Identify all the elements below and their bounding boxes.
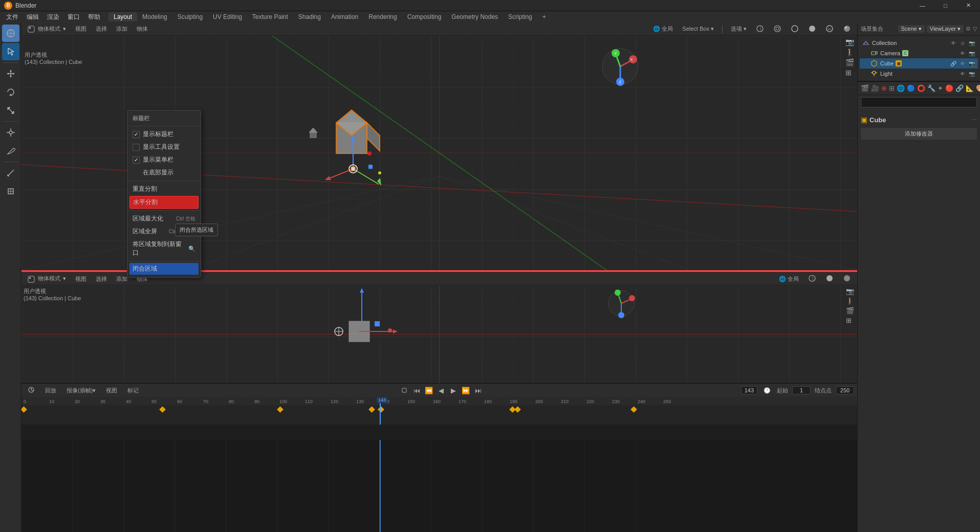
props-search-input[interactable] [861, 97, 977, 107]
cube-row[interactable]: Cube ▣ 🔗 👁 📷 [860, 58, 978, 69]
cube-constrain-btn[interactable]: 🔗 [949, 59, 957, 68]
ctx-copy-to-new[interactable]: 将区域复制到新窗口 🔍 [127, 238, 201, 259]
timeline-view-btn[interactable]: 视图 [103, 386, 120, 395]
add-modifier-btn[interactable]: 添加修改器 [861, 128, 977, 140]
measure-tool-btn[interactable] [2, 164, 19, 182]
scene-filter-btn[interactable]: ▽ [973, 26, 977, 32]
ctx-bottom-display[interactable]: 在底部显示 [127, 166, 201, 179]
end-frame-display[interactable]: 250 [836, 386, 854, 394]
tab-texture-paint[interactable]: Texture Paint [247, 12, 293, 21]
view-camera-btn[interactable]: 📷 [845, 38, 854, 46]
tab-modeling[interactable]: Modeling [137, 12, 172, 21]
prop-output-btn[interactable]: ⊕ [881, 84, 887, 92]
collection-view-btn[interactable]: 👁 [949, 39, 957, 47]
object-menu-btn[interactable]: 物体 [134, 25, 151, 33]
keyframe-area[interactable] [21, 440, 857, 532]
play-back-btn[interactable]: ◀ [436, 385, 446, 395]
current-frame-display[interactable]: 143 [741, 386, 757, 394]
annotate-tool-btn[interactable] [2, 142, 19, 160]
light-view-btn[interactable]: 👁 [959, 70, 967, 78]
add-cube-btn[interactable] [2, 183, 19, 200]
global-btn[interactable]: 🌐 全局 [650, 25, 676, 33]
material-preview-btn[interactable] [822, 24, 837, 34]
menu-window[interactable]: 窗口 [63, 12, 84, 23]
overlay-btn-2[interactable] [805, 274, 819, 284]
vp2-grid-btn[interactable]: ⊞ [846, 317, 854, 324]
prop-data-btn[interactable]: 📐 [966, 84, 974, 92]
ctx-close-area[interactable]: 闭合区域 [129, 263, 199, 275]
prop-scene-btn2[interactable]: 🌐 [897, 84, 905, 92]
select-tool-btn[interactable] [2, 43, 19, 60]
cube-render-btn[interactable]: 📷 [968, 59, 976, 68]
menu-edit[interactable]: 编辑 [23, 12, 43, 23]
play-btn[interactable]: ▶ [448, 385, 459, 395]
collection-cursor-btn[interactable]: ⊙ [959, 39, 967, 47]
vp2-person-btn[interactable]: 🚶 [846, 297, 854, 305]
scene-dropdown[interactable]: Scene ▾ [898, 25, 925, 33]
scale-tool-btn[interactable] [2, 102, 19, 119]
tab-shading[interactable]: Shading [293, 12, 326, 21]
add-menu-btn[interactable]: 添加 [113, 25, 130, 33]
rendered-btn-2[interactable] [840, 274, 854, 284]
wireframe-btn[interactable] [788, 24, 802, 34]
camera-row[interactable]: Camera C 👁 📷 [860, 48, 978, 58]
camera-view-btn[interactable]: 👁 [959, 49, 967, 57]
step-fwd-btn[interactable]: ⏩ [461, 385, 471, 395]
view-grid-btn[interactable]: ⊞ [845, 69, 854, 77]
transform-tool-btn[interactable] [2, 124, 19, 141]
move-tool-btn[interactable] [2, 65, 19, 82]
options-btn[interactable]: 选项 ▾ [728, 25, 750, 33]
interpolate-menu-btn[interactable]: 报像(插帧)▾ [63, 386, 99, 395]
keyframe-5[interactable] [630, 406, 637, 413]
prop-render-btn[interactable]: 🎥 [871, 84, 879, 92]
collection-render-btn[interactable]: 📷 [968, 39, 976, 47]
camera-render-btn[interactable]: 📷 [968, 49, 976, 57]
tab-add[interactable]: + [537, 12, 551, 21]
tab-scripting[interactable]: Scripting [503, 12, 537, 21]
prop-view-layer-btn[interactable]: ⊞ [889, 84, 895, 92]
keyframe-2[interactable] [277, 406, 284, 413]
ctx-horizontal-split[interactable]: 水平分割 [129, 196, 199, 209]
select-menu-btn[interactable]: 选择 [93, 25, 110, 33]
viewport-3d-bottom[interactable]: 用户透视 (143) Collection | Cube 📷 🚶 🎬 ⊞ [21, 285, 857, 383]
scene-options-btn[interactable]: ⚙ [966, 26, 971, 32]
keyframe-3a[interactable] [368, 406, 375, 413]
solid-btn-2[interactable] [822, 274, 837, 284]
select-menu-btn-2[interactable]: 选择 [93, 275, 110, 283]
prop-physics-btn[interactable]: 🔴 [945, 84, 953, 92]
cursor-tool-btn[interactable] [2, 25, 19, 42]
prop-world-btn[interactable]: 🔵 [907, 84, 915, 92]
ctx-show-menu[interactable]: ✓ 显示菜单栏 [127, 153, 201, 166]
ctx-show-tools[interactable]: 显示工具设置 [127, 141, 201, 153]
view-menu-btn[interactable]: 视图 [72, 25, 90, 33]
props-panel-options-btn[interactable]: ⋯ [971, 117, 977, 123]
maximize-button[interactable]: □ [934, 0, 957, 11]
keyframe-0[interactable] [21, 406, 27, 413]
tab-layout[interactable]: Layout [108, 12, 137, 21]
tab-uv-editing[interactable]: UV Editing [208, 12, 247, 21]
viewlayer-dropdown[interactable]: ViewLayer ▾ [927, 25, 964, 33]
prop-material-btn[interactable]: 🎨 [976, 84, 980, 92]
collection-row[interactable]: Collection 👁 ⊙ 📷 [860, 38, 978, 48]
menu-render[interactable]: 渲染 [43, 12, 63, 23]
start-frame-display[interactable]: 1 [792, 386, 811, 394]
ctx-vertical-split[interactable]: 重直分割 [127, 183, 201, 195]
menu-help[interactable]: 帮助 [84, 12, 104, 23]
jump-start-btn[interactable]: ⏮ [411, 385, 422, 395]
view-person-btn[interactable]: 🚶 [845, 48, 854, 56]
cube-view-btn[interactable]: 👁 [959, 59, 967, 68]
ctx-show-header[interactable]: ✓ 显示标题栏 [127, 128, 201, 141]
rotate-tool-btn[interactable] [2, 83, 19, 101]
xray-btn[interactable] [770, 24, 785, 34]
keyframe-3b[interactable] [378, 406, 384, 413]
keyframe-1[interactable] [159, 406, 166, 413]
close-button[interactable]: ✕ [957, 0, 980, 11]
tab-animation[interactable]: Animation [326, 12, 363, 21]
keyframe-4b[interactable] [514, 406, 521, 413]
view-film-btn[interactable]: 🎬 [845, 58, 854, 66]
minimize-button[interactable]: — [911, 0, 934, 11]
viewport-bottom[interactable]: 物体模式 ▾ 视图 选择 添加 物体 🌐 全局 [21, 271, 857, 384]
global-btn-2[interactable]: 🌐 全局 [776, 275, 802, 283]
tab-rendering[interactable]: Rendering [363, 12, 402, 21]
overlay-btn[interactable] [753, 24, 767, 34]
